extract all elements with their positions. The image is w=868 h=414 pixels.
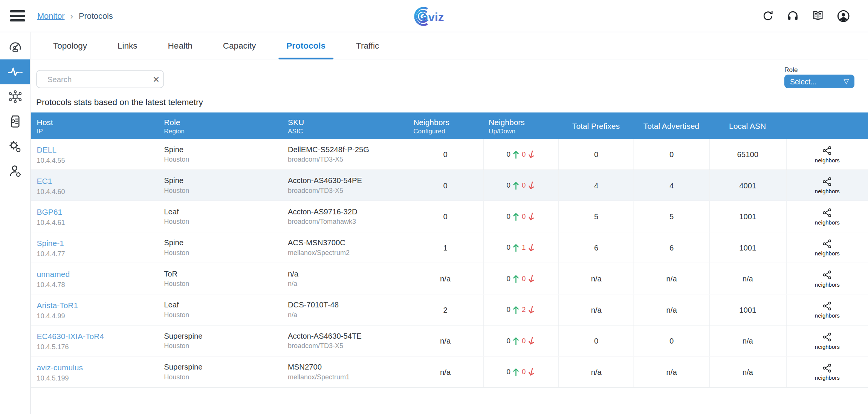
cell-neighbors-updown: 0 0 bbox=[483, 263, 558, 294]
asic-value: broadcom/TD3-X5 bbox=[288, 342, 408, 350]
table-title: Protocols stats based on the latest tele… bbox=[31, 92, 868, 113]
arrow-up-icon bbox=[513, 336, 520, 345]
cell-neighbors-configured: 2 bbox=[408, 295, 483, 325]
asic-value: broadcom/Tomahawk3 bbox=[288, 218, 408, 226]
tab-protocols[interactable]: Protocols bbox=[278, 32, 333, 59]
cell-role: Spine Houston bbox=[158, 145, 282, 163]
cell-sku: DCS-7010T-48 n/a bbox=[282, 301, 408, 319]
sku-value: Accton-AS4630-54PE bbox=[288, 176, 408, 185]
asic-value: n/a bbox=[288, 280, 408, 288]
cell-role: Superspine Houston bbox=[158, 332, 282, 350]
aviz-logo: aviz bbox=[410, 3, 458, 32]
col-header-neighbors-configured: Neighbors Configured bbox=[408, 117, 483, 134]
search-input[interactable] bbox=[47, 75, 148, 84]
cell-neighbors-updown: 0 0 bbox=[483, 357, 558, 387]
cell-total-advertised: 0 bbox=[634, 325, 709, 356]
neighbors-label: neighbors bbox=[815, 188, 840, 195]
neighbors-label: neighbors bbox=[815, 219, 840, 226]
role-select[interactable]: Select... ▽ bbox=[784, 75, 854, 88]
col-header-sku: SKU ASIC bbox=[282, 117, 408, 134]
breadcrumb-monitor-link[interactable]: Monitor bbox=[37, 11, 65, 20]
host-link[interactable]: EC4630-IXIA-ToR4 bbox=[37, 332, 104, 341]
col-header-neighbors-updown: Neighbors Up/Down bbox=[483, 117, 558, 134]
neighbors-button[interactable]: neighbors bbox=[815, 363, 840, 381]
col-header-role: Role Region bbox=[158, 117, 282, 134]
col-header-local-asn: Local ASN bbox=[709, 121, 786, 130]
chevron-down-icon: ▽ bbox=[844, 78, 849, 86]
cell-neighbors-action: neighbors bbox=[786, 357, 868, 387]
host-link[interactable]: aviz-cumulus bbox=[37, 362, 83, 371]
hamburger-menu-icon[interactable] bbox=[10, 10, 25, 21]
sidebar-item-dashboard[interactable] bbox=[0, 35, 30, 60]
cell-total-prefixes: 4 bbox=[558, 170, 634, 201]
asic-value: broadcom/TD3-X5 bbox=[288, 156, 408, 163]
refresh-icon[interactable] bbox=[762, 10, 774, 22]
account-icon[interactable] bbox=[837, 9, 850, 23]
neighbors-label: neighbors bbox=[815, 251, 840, 257]
neighbors-share-icon bbox=[822, 270, 833, 281]
host-ip: 10.4.4.99 bbox=[37, 312, 159, 319]
table-row: EC4630-IXIA-ToR4 10.4.5.176 Superspine H… bbox=[31, 325, 868, 357]
arrow-down-icon bbox=[527, 336, 536, 346]
neighbors-button[interactable]: neighbors bbox=[815, 301, 840, 319]
asic-value: mellanox/Spectrum2 bbox=[288, 249, 408, 257]
role-select-value: Select... bbox=[790, 77, 816, 86]
neighbors-share-icon bbox=[822, 332, 833, 343]
host-link[interactable]: BGP61 bbox=[37, 207, 63, 216]
document-gear-icon bbox=[8, 114, 22, 129]
neighbors-down-count: 2 bbox=[522, 306, 526, 314]
host-link[interactable]: unnamed bbox=[37, 269, 70, 278]
neighbors-button[interactable]: neighbors bbox=[815, 270, 840, 288]
cell-neighbors-updown: 0 2 bbox=[483, 295, 558, 325]
neighbors-button[interactable]: neighbors bbox=[815, 238, 840, 257]
neighbors-button[interactable]: neighbors bbox=[815, 208, 840, 226]
host-ip: 10.4.4.61 bbox=[37, 218, 159, 226]
arrow-down-icon bbox=[527, 211, 536, 222]
arrow-up-icon bbox=[513, 368, 520, 376]
host-link[interactable]: Arista-ToR1 bbox=[37, 300, 78, 309]
cell-role: Spine Houston bbox=[158, 238, 282, 257]
neighbors-button[interactable]: neighbors bbox=[815, 332, 840, 350]
cell-local-asn: 65100 bbox=[709, 139, 786, 170]
cell-local-asn: 1001 bbox=[709, 232, 786, 263]
neighbors-button[interactable]: neighbors bbox=[815, 145, 840, 163]
region-value: Houston bbox=[164, 186, 282, 194]
neighbors-down-count: 0 bbox=[522, 212, 526, 220]
cell-total-advertised: n/a bbox=[634, 263, 709, 294]
arrow-up-icon bbox=[513, 212, 520, 221]
neighbors-button[interactable]: neighbors bbox=[815, 176, 840, 194]
table-row: Spine-1 10.4.4.77 Spine Houston ACS-MSN3… bbox=[31, 232, 868, 264]
tab-health[interactable]: Health bbox=[160, 32, 200, 59]
support-headset-icon[interactable] bbox=[787, 10, 799, 22]
search-clear-icon[interactable]: ✕ bbox=[153, 75, 160, 84]
neighbors-down-count: 1 bbox=[522, 244, 526, 252]
top-bar: Monitor › Protocols aviz bbox=[0, 0, 868, 32]
sidebar-item-network[interactable] bbox=[0, 84, 30, 109]
cell-role: Leaf Houston bbox=[158, 208, 282, 226]
host-link[interactable]: Spine-1 bbox=[37, 238, 64, 247]
cell-sku: MSN2700 mellanox/Spectrum1 bbox=[282, 363, 408, 381]
tab-capacity[interactable]: Capacity bbox=[215, 32, 264, 59]
sidebar-item-user-admin[interactable] bbox=[0, 159, 30, 184]
table-row: Arista-ToR1 10.4.4.99 Leaf Houston DCS-7… bbox=[31, 295, 868, 326]
sidebar-item-config-docs[interactable] bbox=[0, 109, 30, 134]
sku-value: Accton-AS4630-54TE bbox=[288, 332, 408, 341]
host-ip: 10.4.4.77 bbox=[37, 249, 159, 257]
neighbors-up-count: 0 bbox=[507, 275, 510, 283]
tab-topology[interactable]: Topology bbox=[45, 32, 95, 59]
host-link[interactable]: EC1 bbox=[37, 176, 52, 185]
cell-local-asn: 1001 bbox=[709, 295, 786, 325]
docs-book-icon[interactable] bbox=[811, 10, 825, 22]
cell-total-prefixes: 6 bbox=[558, 232, 634, 263]
left-sidebar bbox=[0, 32, 31, 414]
neighbors-up-count: 0 bbox=[507, 244, 510, 252]
cell-neighbors-configured: 1 bbox=[408, 232, 483, 263]
cell-role: Spine Houston bbox=[158, 176, 282, 194]
tab-traffic[interactable]: Traffic bbox=[348, 32, 387, 59]
sidebar-item-monitor[interactable] bbox=[0, 60, 30, 84]
sidebar-item-settings[interactable] bbox=[0, 134, 30, 159]
cell-neighbors-action: neighbors bbox=[786, 170, 868, 201]
tab-links[interactable]: Links bbox=[110, 32, 145, 59]
host-link[interactable]: DELL bbox=[37, 145, 57, 154]
neighbors-share-icon bbox=[822, 208, 833, 218]
